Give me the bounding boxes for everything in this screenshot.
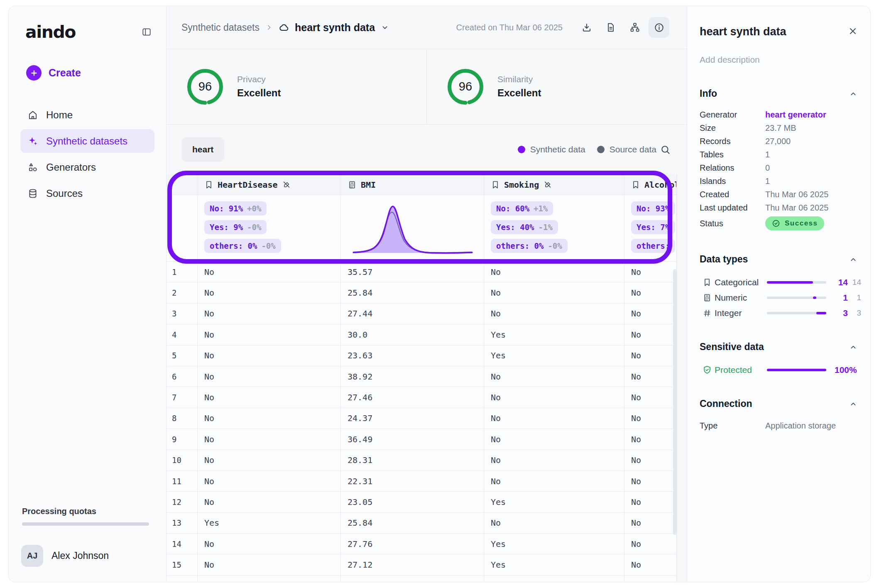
similarity-metric: 96 Similarity Excellent (426, 49, 687, 124)
database-icon (27, 188, 38, 199)
info-row-relations: Relations0 (700, 163, 858, 173)
stat-delta: +1% (534, 204, 548, 213)
info-label: Relations (700, 163, 765, 173)
row-index: 11 (166, 471, 198, 492)
stats-alcohol: No: 93%Yes: 7%others: (624, 195, 677, 262)
data-type-count: 14 (833, 277, 848, 287)
cell-bmi: 27.44 (341, 304, 484, 324)
cell-smoking: No (484, 262, 624, 282)
schema-icon[interactable] (624, 17, 645, 38)
cell-alcohol: No (624, 366, 677, 387)
data-type-bar (767, 312, 826, 314)
sidebar-nav: HomeSynthetic datasetsGeneratorsSources (20, 103, 154, 205)
row-index: 14 (166, 534, 198, 554)
cell-heart_disease: No (198, 304, 341, 324)
add-description-field[interactable]: Add description (700, 55, 858, 65)
chevron-up-icon[interactable] (849, 343, 858, 352)
quality-metrics: 96 Privacy Excellent 96 Similarity (166, 49, 687, 125)
created-date: Created on Thu Mar 06 2025 (456, 23, 563, 32)
row-index-header (166, 174, 198, 195)
user-menu[interactable]: AJ Alex Johnson (20, 545, 154, 567)
info-value: 0 (765, 163, 770, 173)
data-type-label: Numeric (715, 293, 767, 303)
sidebar-item-synthetic-datasets[interactable]: Synthetic datasets (20, 129, 154, 153)
cloud-icon (279, 22, 289, 33)
cell-alcohol: No (624, 408, 677, 429)
legend-source-data[interactable]: Source data (597, 145, 656, 154)
data-type-label: Categorical (715, 277, 767, 287)
chevron-up-icon[interactable] (849, 399, 858, 409)
vertical-scrollbar[interactable] (673, 269, 677, 535)
search-icon[interactable] (660, 144, 671, 155)
chevron-up-icon[interactable] (849, 89, 858, 98)
table-filter-chip[interactable]: heart (181, 137, 224, 162)
category-stat-pill: Yes: 9%-0% (204, 220, 267, 234)
sparkles-icon (27, 136, 38, 147)
legend-synthetic-data[interactable]: Synthetic data (518, 145, 585, 154)
info-value[interactable]: heart generator (765, 110, 826, 120)
cell-smoking: No (484, 450, 624, 471)
cell-alcohol: No (624, 262, 677, 282)
row-index: 5 (166, 345, 198, 366)
privacy-label: Privacy (237, 74, 281, 84)
cell-smoking: No (484, 408, 624, 429)
cell-bmi: 30.0 (341, 324, 484, 345)
data-type-numeric: Numeric11 (700, 293, 858, 303)
row-index: 7 (166, 387, 198, 408)
report-icon[interactable] (600, 17, 621, 38)
bookmark-icon (204, 180, 213, 189)
cell-bmi: 38.92 (341, 366, 484, 387)
legend-label: Synthetic data (530, 145, 585, 154)
table-row: 15No27.12YesNo (166, 554, 677, 575)
row-index (166, 576, 198, 582)
cell-heart_disease: No (198, 262, 341, 282)
category-stat-pill: Yes: 40%-1% (491, 220, 558, 234)
row-index: 12 (166, 492, 198, 512)
sidebar-item-home[interactable]: Home (20, 103, 154, 127)
sidebar-item-generators[interactable]: Generators (20, 155, 154, 179)
close-icon[interactable] (848, 26, 858, 36)
cell-alcohol: No (624, 387, 677, 408)
sidebar-item-sources[interactable]: Sources (20, 181, 154, 205)
column-header-smoking[interactable]: Smoking (484, 174, 624, 195)
status-text: Success (785, 219, 818, 228)
cell-alcohol: No (624, 513, 677, 534)
privacy-metric: 96 Privacy Excellent (166, 49, 426, 124)
category-stat-pill: No: 60%+1% (491, 201, 553, 216)
status-badge: Success (765, 216, 824, 230)
app-window: aindo Create HomeSynthetic datasetsGener… (8, 6, 871, 582)
cell-bmi: 27.76 (341, 534, 484, 554)
bookmark-icon (491, 180, 500, 189)
info-label: Islands (700, 176, 765, 186)
data-type-label: Integer (715, 308, 767, 318)
cell-heart_disease: No (198, 366, 341, 387)
column-header-heart_disease[interactable]: HeartDisease (198, 174, 341, 195)
column-header-bmi[interactable]: BMI (341, 174, 484, 195)
cell-heart_disease: No (198, 387, 341, 408)
privacy-gauge: 96 (186, 67, 225, 106)
column-header-alcohol[interactable]: Alcohol (624, 174, 677, 195)
cell-smoking: Yes (484, 492, 624, 512)
cell-alcohol: No (624, 345, 677, 366)
info-row-status: StatusSuccess (700, 216, 858, 230)
cell-bmi: 27.46 (341, 387, 484, 408)
table-row: 1No35.57NoNo (166, 262, 677, 282)
sidebar: aindo Create HomeSynthetic datasetsGener… (9, 6, 166, 582)
user-name: Alex Johnson (51, 550, 109, 561)
sidebar-collapse-icon[interactable] (141, 27, 152, 37)
chevron-up-icon[interactable] (849, 255, 858, 264)
info-icon[interactable] (649, 17, 669, 38)
create-button[interactable]: Create (26, 65, 154, 81)
cell-alcohol: No (624, 534, 677, 554)
stat-delta: -0% (247, 223, 261, 232)
data-legend: Synthetic dataSource data (518, 145, 656, 154)
chevron-right-icon (265, 23, 273, 32)
info-row-islands: Islands1 (700, 176, 858, 186)
shield-check-icon (700, 365, 715, 375)
cell-heart_disease: No (198, 450, 341, 471)
info-row-last-updated: Last updatedThu Mar 06 2025 (700, 203, 858, 213)
cell-heart_disease: No (198, 534, 341, 554)
download-icon[interactable] (576, 17, 597, 38)
breadcrumb-root[interactable]: Synthetic datasets (181, 22, 260, 33)
chevron-down-icon[interactable] (380, 23, 389, 32)
